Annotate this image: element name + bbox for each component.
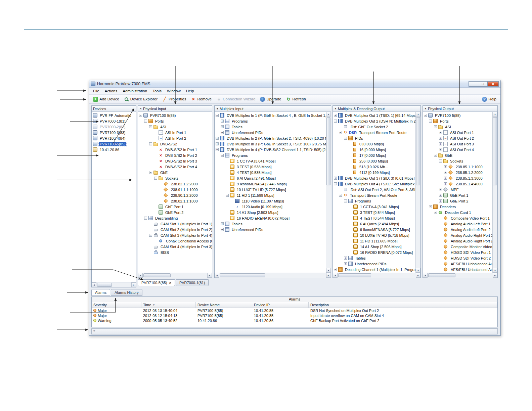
tree-item[interactable]: Analog Audio Left Port 1 [423, 221, 497, 227]
tree-item[interactable]: 0 [0.003 Mbps] [333, 141, 420, 147]
tree-item[interactable]: CAM Slot 2 (Multiplex In Port 2) [138, 227, 212, 232]
scroll-left-icon[interactable]: ◄ [423, 273, 428, 278]
tree-item[interactable]: Analog Audio Right Port 1 [423, 232, 497, 238]
alarm-row[interactable]: Major2012-03-12 15:04:13PVR7100-5(85)10.… [92, 313, 497, 318]
expand-toggle[interactable]: − [139, 114, 142, 117]
expand-toggle[interactable]: − [221, 154, 224, 157]
physical-input-tree-view[interactable]: −PVR7100-5(85)−Ports−ASI→ASI In Port 1→A… [138, 112, 212, 273]
expand-toggle[interactable]: − [334, 268, 337, 271]
expand-toggle[interactable]: − [334, 120, 337, 123]
collapse-icon[interactable]: ◄ [216, 107, 218, 110]
device-list-item[interactable]: PVR7100-3(83) [92, 130, 136, 135]
vertical-scrollbar[interactable]: ▲▼ [492, 112, 497, 273]
column-header-device-ip[interactable]: Device IP [252, 302, 309, 308]
scroll-right-icon[interactable]: ► [326, 273, 331, 278]
scroll-track[interactable] [219, 273, 326, 278]
tree-item[interactable]: Composite Monitor Video P [423, 244, 497, 249]
tree-item[interactable]: 10 LUXE TV HD [5.718 Mbps] [333, 232, 420, 238]
tree-item[interactable]: −ASI [423, 124, 497, 130]
tree-item[interactable]: −DVB Multiplex In 1 (P: GbE In Socket 4 … [215, 112, 331, 118]
tree-item[interactable]: +Tables [215, 124, 331, 130]
scroll-down-icon[interactable]: ▼ [326, 268, 331, 273]
expand-toggle[interactable]: − [434, 125, 437, 128]
expand-toggle[interactable]: + [444, 171, 447, 174]
device-list-item[interactable]: PVR7000-2(82) [92, 124, 136, 130]
tree-item[interactable]: −Decoders [423, 204, 497, 210]
tab-alarms-history[interactable]: Alarms History [111, 289, 142, 296]
expand-toggle[interactable]: − [154, 177, 157, 180]
expand-toggle[interactable]: − [344, 199, 347, 202]
scroll-left-icon[interactable]: ◄ [333, 273, 338, 278]
tree-item[interactable]: Conax Conditional Access (0 [138, 238, 212, 244]
tree-item[interactable]: +Tables [215, 221, 331, 227]
tree-item[interactable]: +Unreferenced PIDs [215, 227, 331, 232]
scroll-thumb[interactable] [326, 117, 330, 185]
tree-item[interactable]: +DVB Multiplex Out 3 (TSID: 3) [0.01 Mbp… [333, 175, 420, 181]
expand-toggle[interactable]: + [439, 142, 442, 145]
tree-item[interactable]: Analog Audio Right Port 2 [423, 238, 497, 244]
tree-item[interactable]: +GbE Port 1 [423, 192, 497, 198]
scroll-left-icon[interactable]: ◄ [215, 273, 219, 278]
tree-item[interactable]: +→ASI Out Port 2 [423, 135, 497, 141]
tree-item[interactable]: 9 IkonoMENASA [3.727 Mbps] [333, 227, 420, 232]
horizontal-scrollbar[interactable]: ◄► [92, 282, 136, 287]
horizontal-scrollbar[interactable]: ◄► [333, 273, 420, 278]
tree-item[interactable]: −Sockets [423, 158, 497, 164]
help-button[interactable]: ?Help [480, 96, 498, 102]
expand-toggle[interactable]: + [439, 194, 442, 197]
tree-item[interactable]: ♪1120 Audio [0.199 Mbps] [215, 204, 331, 210]
scroll-right-icon[interactable]: ► [207, 273, 212, 278]
remove-button[interactable]: ×Remove [189, 96, 214, 102]
tree-item[interactable]: −Decoding Channel 1 (Multiplex In 1, Pro… [333, 267, 420, 272]
scroll-thumb[interactable] [428, 273, 455, 277]
tree-item[interactable]: −GbE [423, 152, 497, 158]
column-header-severity[interactable]: Severity [92, 302, 141, 308]
tree-item[interactable]: −PVR7100-5(85) [423, 112, 497, 118]
tree-item[interactable]: 238.82.1.1:1000 [138, 198, 212, 204]
expand-toggle[interactable]: − [149, 171, 152, 174]
minimize-button[interactable]: ─ [469, 81, 478, 87]
tree-item[interactable]: −Sockets [138, 175, 212, 181]
expand-toggle[interactable]: + [439, 137, 442, 140]
tree-item[interactable]: −Programs [333, 198, 420, 204]
device-list-item[interactable]: 10.41.20.86 [92, 147, 136, 152]
scroll-left-icon[interactable]: ◄ [92, 282, 96, 287]
expand-toggle[interactable]: − [334, 182, 337, 185]
tab-alarms[interactable]: Alarms [91, 289, 110, 296]
expand-toggle[interactable]: − [149, 125, 152, 128]
expand-toggle[interactable]: + [439, 148, 442, 151]
collapse-icon[interactable]: ◄ [424, 107, 427, 110]
tree-item[interactable]: AES/EBU Unbalanced Aud [423, 261, 497, 267]
tree-item[interactable]: Analog Audio Left Port 2 [423, 227, 497, 232]
expand-toggle[interactable]: + [444, 177, 447, 180]
expand-toggle[interactable]: − [424, 114, 427, 117]
vertical-scrollbar[interactable]: ▲▼ [415, 112, 420, 273]
scroll-up-icon[interactable]: ▲ [493, 112, 497, 117]
tree-item[interactable]: +→ASI Out Port 3 [423, 141, 497, 147]
tree-item[interactable]: 14 A1 Shop [2.503 Mbps] [215, 210, 331, 215]
tree-item[interactable]: CAM Slot 1 (Multiplex In Port 1) [138, 221, 212, 227]
multiplex-output-tree-view[interactable]: +DVB Multiplex Out 1 (TSID: 1) [69.14 Mb… [333, 112, 420, 273]
tab-pvr7000-1-81-[interactable]: PVR7000-1(81) [176, 279, 209, 286]
tree-item[interactable]: 6 Al Qarra [2.494 Mbps] [333, 221, 420, 227]
scroll-thumb[interactable] [97, 283, 112, 287]
tree-item[interactable]: 3 TEST [0.544 Mbps] [333, 210, 420, 215]
expand-toggle[interactable]: − [434, 154, 437, 157]
tree-item[interactable]: −PVR7100-5(85) [138, 112, 212, 118]
vertical-scrollbar[interactable]: ▲▼ [326, 112, 331, 273]
scroll-thumb[interactable] [338, 273, 371, 277]
upgrade-button[interactable]: ↑Upgrade [258, 96, 283, 102]
expand-toggle[interactable]: − [434, 211, 437, 214]
scroll-track[interactable] [326, 117, 331, 268]
tree-item[interactable]: Dst: GbE Out Socket 2 [333, 124, 420, 130]
column-header-time[interactable]: Time▼ [141, 302, 196, 308]
horizontal-scrollbar[interactable]: ◄► [423, 273, 497, 278]
expand-toggle[interactable]: − [339, 194, 342, 197]
tree-item[interactable]: 238.91.1.1:1000 [138, 187, 212, 192]
tree-item[interactable]: −PIDs [333, 135, 420, 141]
column-header-device-name[interactable]: Device Name [196, 302, 252, 308]
tree-item[interactable]: 513 [10.026 Mb... [333, 164, 420, 170]
expand-toggle[interactable]: − [429, 205, 432, 208]
physical-output-tree-view[interactable]: −PVR7100-5(85)−Ports−ASI+→ASI Out Port 1… [423, 112, 497, 273]
properties-button[interactable]: ╱Properties [160, 96, 188, 102]
